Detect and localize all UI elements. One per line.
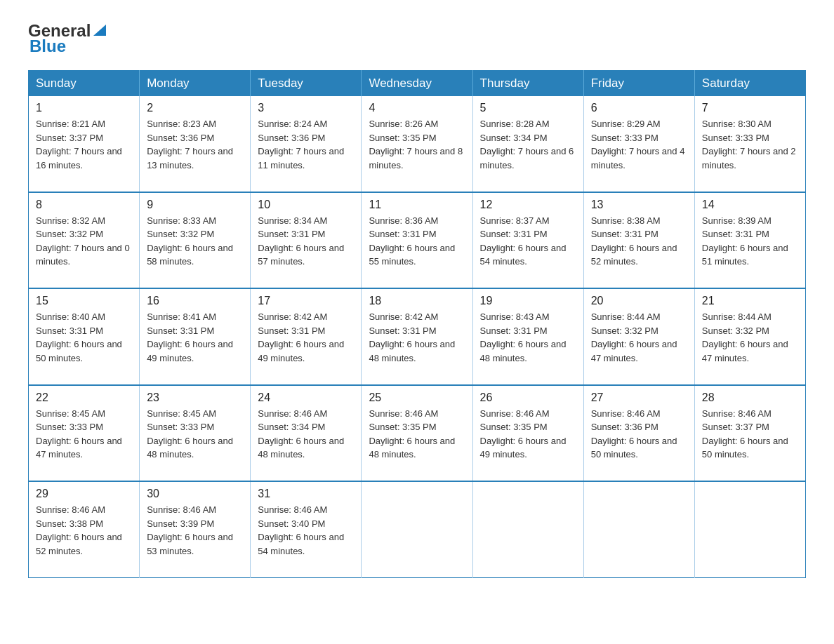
calendar-day-cell [694,481,805,577]
day-info: Sunrise: 8:43 AM Sunset: 3:31 PM Dayligh… [480,310,576,379]
day-number: 15 [36,295,132,307]
day-number: 17 [258,295,354,307]
day-number: 31 [258,488,354,500]
day-info: Sunrise: 8:26 AM Sunset: 3:35 PM Dayligh… [369,117,465,186]
day-info: Sunrise: 8:45 AM Sunset: 3:33 PM Dayligh… [147,407,243,476]
day-info: Sunrise: 8:40 AM Sunset: 3:31 PM Dayligh… [36,310,132,379]
calendar-day-cell [583,481,694,577]
calendar-day-cell: 31 Sunrise: 8:46 AM Sunset: 3:40 PM Dayl… [251,481,362,577]
calendar-day-cell: 15 Sunrise: 8:40 AM Sunset: 3:31 PM Dayl… [29,288,140,385]
calendar-day-cell: 18 Sunrise: 8:42 AM Sunset: 3:31 PM Dayl… [362,288,472,385]
logo-blue-text: Blue [29,36,66,56]
day-info: Sunrise: 8:46 AM Sunset: 3:35 PM Dayligh… [369,407,465,476]
day-number: 5 [480,102,576,114]
day-number: 14 [702,199,798,211]
day-info: Sunrise: 8:42 AM Sunset: 3:31 PM Dayligh… [258,310,354,379]
page-header: General Blue [28,21,806,56]
calendar-day-cell: 5 Sunrise: 8:28 AM Sunset: 3:34 PM Dayli… [472,96,583,192]
day-number: 25 [369,391,465,404]
day-info: Sunrise: 8:34 AM Sunset: 3:31 PM Dayligh… [258,214,354,283]
day-number: 1 [36,102,132,114]
calendar-day-cell: 12 Sunrise: 8:37 AM Sunset: 3:31 PM Dayl… [472,192,583,289]
day-info: Sunrise: 8:36 AM Sunset: 3:31 PM Dayligh… [369,214,465,283]
day-number: 24 [258,391,354,404]
day-number: 8 [36,199,132,211]
calendar-header-row: SundayMondayTuesdayWednesdayThursdayFrid… [29,71,806,97]
day-info: Sunrise: 8:46 AM Sunset: 3:40 PM Dayligh… [258,503,354,572]
svg-marker-0 [93,25,106,36]
calendar-day-cell: 30 Sunrise: 8:46 AM Sunset: 3:39 PM Dayl… [140,481,251,577]
calendar-day-cell: 2 Sunrise: 8:23 AM Sunset: 3:36 PM Dayli… [140,96,251,192]
calendar-day-cell: 25 Sunrise: 8:46 AM Sunset: 3:35 PM Dayl… [362,385,472,482]
calendar-day-cell: 24 Sunrise: 8:46 AM Sunset: 3:34 PM Dayl… [251,385,362,482]
day-number: 20 [591,295,687,307]
calendar-day-cell: 13 Sunrise: 8:38 AM Sunset: 3:31 PM Dayl… [583,192,694,289]
day-number: 22 [36,391,132,404]
calendar-day-header: Friday [583,71,694,97]
day-number: 30 [147,488,243,500]
day-number: 10 [258,199,354,211]
calendar-day-header: Monday [140,71,251,97]
day-info: Sunrise: 8:23 AM Sunset: 3:36 PM Dayligh… [147,117,243,186]
calendar-day-header: Sunday [29,71,140,97]
calendar-day-cell [362,481,472,577]
calendar-week-row: 22 Sunrise: 8:45 AM Sunset: 3:33 PM Dayl… [29,385,806,482]
day-info: Sunrise: 8:42 AM Sunset: 3:31 PM Dayligh… [369,310,465,379]
calendar-day-cell: 4 Sunrise: 8:26 AM Sunset: 3:35 PM Dayli… [362,96,472,192]
calendar-day-cell: 17 Sunrise: 8:42 AM Sunset: 3:31 PM Dayl… [251,288,362,385]
calendar-day-cell: 26 Sunrise: 8:46 AM Sunset: 3:35 PM Dayl… [472,385,583,482]
calendar-week-row: 8 Sunrise: 8:32 AM Sunset: 3:32 PM Dayli… [29,192,806,289]
day-number: 11 [369,199,465,211]
day-info: Sunrise: 8:32 AM Sunset: 3:32 PM Dayligh… [36,214,132,283]
day-number: 29 [36,488,132,500]
calendar-day-cell: 21 Sunrise: 8:44 AM Sunset: 3:32 PM Dayl… [694,288,805,385]
calendar-day-header: Tuesday [251,71,362,97]
day-info: Sunrise: 8:46 AM Sunset: 3:37 PM Dayligh… [702,407,798,476]
calendar-day-cell: 11 Sunrise: 8:36 AM Sunset: 3:31 PM Dayl… [362,192,472,289]
day-info: Sunrise: 8:46 AM Sunset: 3:35 PM Dayligh… [480,407,576,476]
calendar-week-row: 29 Sunrise: 8:46 AM Sunset: 3:38 PM Dayl… [29,481,806,577]
day-info: Sunrise: 8:30 AM Sunset: 3:33 PM Dayligh… [702,117,798,186]
calendar-day-cell [472,481,583,577]
day-info: Sunrise: 8:46 AM Sunset: 3:34 PM Dayligh… [258,407,354,476]
day-info: Sunrise: 8:24 AM Sunset: 3:36 PM Dayligh… [258,117,354,186]
day-number: 4 [369,102,465,114]
day-number: 6 [591,102,687,114]
day-info: Sunrise: 8:37 AM Sunset: 3:31 PM Dayligh… [480,214,576,283]
day-number: 23 [147,391,243,404]
day-info: Sunrise: 8:46 AM Sunset: 3:39 PM Dayligh… [147,503,243,572]
calendar-day-cell: 22 Sunrise: 8:45 AM Sunset: 3:33 PM Dayl… [29,385,140,482]
day-info: Sunrise: 8:29 AM Sunset: 3:33 PM Dayligh… [591,117,687,186]
calendar-day-cell: 16 Sunrise: 8:41 AM Sunset: 3:31 PM Dayl… [140,288,251,385]
day-number: 19 [480,295,576,307]
calendar-day-cell: 27 Sunrise: 8:46 AM Sunset: 3:36 PM Dayl… [583,385,694,482]
calendar-day-cell: 1 Sunrise: 8:21 AM Sunset: 3:37 PM Dayli… [29,96,140,192]
day-info: Sunrise: 8:41 AM Sunset: 3:31 PM Dayligh… [147,310,243,379]
day-number: 12 [480,199,576,211]
calendar-day-cell: 23 Sunrise: 8:45 AM Sunset: 3:33 PM Dayl… [140,385,251,482]
day-info: Sunrise: 8:21 AM Sunset: 3:37 PM Dayligh… [36,117,132,186]
day-number: 28 [702,391,798,404]
calendar-day-header: Thursday [472,71,583,97]
day-info: Sunrise: 8:46 AM Sunset: 3:38 PM Dayligh… [36,503,132,572]
day-info: Sunrise: 8:46 AM Sunset: 3:36 PM Dayligh… [591,407,687,476]
day-number: 3 [258,102,354,114]
day-info: Sunrise: 8:45 AM Sunset: 3:33 PM Dayligh… [36,407,132,476]
day-number: 9 [147,199,243,211]
calendar-day-cell: 29 Sunrise: 8:46 AM Sunset: 3:38 PM Dayl… [29,481,140,577]
day-number: 2 [147,102,243,114]
calendar-day-cell: 19 Sunrise: 8:43 AM Sunset: 3:31 PM Dayl… [472,288,583,385]
day-number: 27 [591,391,687,404]
calendar-day-cell: 20 Sunrise: 8:44 AM Sunset: 3:32 PM Dayl… [583,288,694,385]
day-info: Sunrise: 8:38 AM Sunset: 3:31 PM Dayligh… [591,214,687,283]
calendar-day-cell: 8 Sunrise: 8:32 AM Sunset: 3:32 PM Dayli… [29,192,140,289]
calendar-day-cell: 9 Sunrise: 8:33 AM Sunset: 3:32 PM Dayli… [140,192,251,289]
day-number: 18 [369,295,465,307]
day-number: 26 [480,391,576,404]
logo: General Blue [28,21,107,56]
day-info: Sunrise: 8:33 AM Sunset: 3:32 PM Dayligh… [147,214,243,283]
day-number: 21 [702,295,798,307]
calendar-day-cell: 14 Sunrise: 8:39 AM Sunset: 3:31 PM Dayl… [694,192,805,289]
day-number: 7 [702,102,798,114]
calendar-week-row: 1 Sunrise: 8:21 AM Sunset: 3:37 PM Dayli… [29,96,806,192]
